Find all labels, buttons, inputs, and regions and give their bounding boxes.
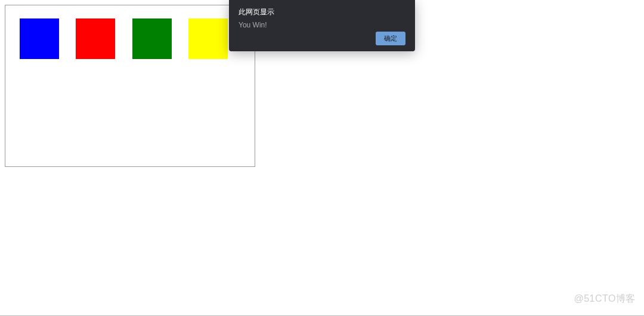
alert-message: You Win! (239, 21, 405, 29)
red-square[interactable] (76, 18, 115, 59)
alert-title: 此网页显示 (239, 7, 405, 17)
alert-actions: 确定 (239, 29, 405, 45)
green-square[interactable] (132, 18, 172, 59)
confirm-button[interactable]: 确定 (376, 32, 405, 45)
yellow-square[interactable] (188, 18, 228, 59)
alert-dialog: 此网页显示 You Win! 确定 (229, 0, 415, 51)
blue-square[interactable] (20, 18, 59, 59)
watermark: @51CTO博客 (574, 293, 636, 305)
game-container (5, 5, 255, 167)
